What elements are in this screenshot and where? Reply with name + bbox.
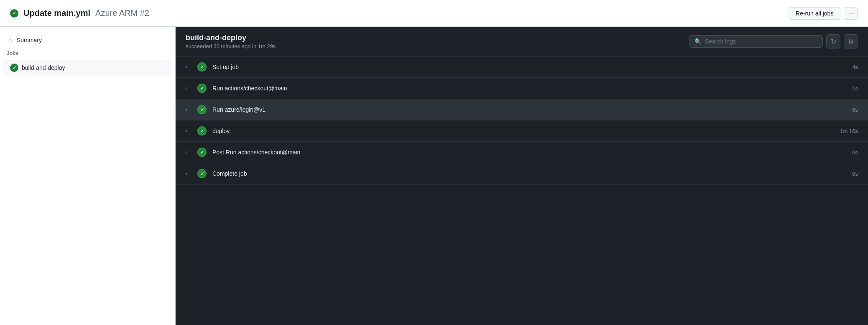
page-title-main: Update main.yml	[23, 8, 90, 18]
step-success-icon	[197, 105, 207, 114]
step-duration: 1s	[852, 85, 858, 92]
log-step[interactable]: › Run actions/checkout@main 1s	[176, 78, 868, 99]
log-step[interactable]: › deploy 1m 16s	[176, 120, 868, 142]
main-layout: ⌂ Summary Jobs build-and-deploy build-an…	[0, 27, 868, 325]
rerun-all-jobs-button[interactable]: Re-run all jobs	[789, 7, 840, 20]
chevron-right-icon: ›	[186, 85, 192, 91]
settings-button[interactable]: ⚙	[844, 34, 858, 49]
step-duration: 0s	[852, 149, 858, 156]
refresh-button[interactable]: ↻	[826, 34, 840, 49]
sidebar-jobs-section-label: Jobs	[0, 47, 175, 59]
more-options-button[interactable]: ···	[844, 7, 858, 20]
search-logs-input-wrap[interactable]: 🔍	[689, 35, 823, 48]
step-duration: 0s	[852, 171, 858, 177]
page-header: Update main.yml Azure ARM #2 Re-run all …	[0, 0, 868, 27]
step-label: Complete job	[212, 170, 852, 177]
home-icon: ⌂	[7, 37, 13, 44]
run-status-icon	[10, 9, 18, 18]
search-icon: 🔍	[694, 38, 702, 45]
header-right: Re-run all jobs ···	[789, 7, 858, 20]
log-header-info: build-and-deploy succeeded 30 minutes ag…	[186, 33, 276, 49]
step-label: deploy	[212, 128, 840, 134]
step-success-icon	[197, 169, 207, 178]
step-duration: 4s	[852, 64, 858, 70]
step-label: Post Run actions/checkout@main	[212, 149, 852, 156]
header-left: Update main.yml Azure ARM #2	[10, 8, 149, 18]
chevron-right-icon: ›	[186, 64, 192, 70]
sidebar-job-label: build-and-deploy	[22, 64, 65, 71]
sidebar: ⌂ Summary Jobs build-and-deploy	[0, 27, 176, 325]
step-success-icon	[197, 126, 207, 136]
search-logs-input[interactable]	[705, 38, 817, 45]
step-success-icon	[197, 148, 207, 157]
step-success-icon	[197, 62, 207, 72]
log-step[interactable]: › Complete job 0s	[176, 163, 868, 184]
chevron-right-icon: ›	[186, 171, 192, 177]
chevron-right-icon: ›	[186, 149, 192, 155]
page-title-sub: Azure ARM #2	[95, 8, 149, 18]
log-header-actions: 🔍 ↻ ⚙	[689, 34, 858, 49]
log-step[interactable]: › Set up job 4s	[176, 56, 868, 78]
log-steps-list: › Set up job 4s › Run actions/checkout@m…	[176, 56, 868, 325]
sidebar-summary-label: Summary	[17, 37, 42, 44]
sidebar-item-summary[interactable]: ⌂ Summary	[0, 33, 175, 47]
step-label: Run actions/checkout@main	[212, 85, 852, 92]
chevron-right-icon: ›	[186, 128, 192, 134]
log-job-name: build-and-deploy	[186, 33, 276, 42]
log-job-status: succeeded 30 minutes ago in 1m 29s	[186, 43, 276, 49]
step-success-icon	[197, 84, 207, 93]
log-step[interactable]: › Post Run actions/checkout@main 0s	[176, 142, 868, 163]
sidebar-item-build-and-deploy[interactable]: build-and-deploy	[3, 60, 172, 75]
step-duration: 6s	[852, 107, 858, 113]
log-panel: build-and-deploy succeeded 30 minutes ag…	[176, 27, 868, 325]
log-header: build-and-deploy succeeded 30 minutes ag…	[176, 27, 868, 56]
job-success-icon	[10, 64, 18, 72]
step-label: Set up job	[212, 64, 852, 70]
step-label: Run azure/login@v1	[212, 106, 852, 113]
chevron-right-icon: ›	[186, 107, 192, 113]
step-duration: 1m 16s	[840, 128, 858, 134]
log-step[interactable]: › Run azure/login@v1 6s	[176, 99, 868, 120]
